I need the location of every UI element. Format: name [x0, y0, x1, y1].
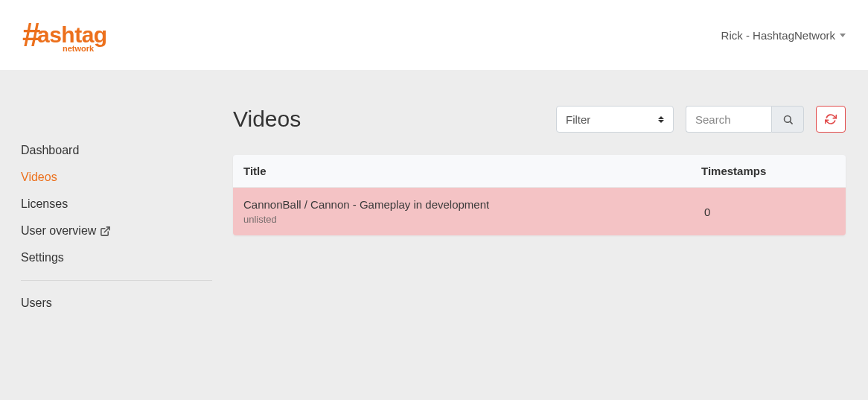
sidebar-item-user-overview[interactable]: User overview: [21, 218, 212, 244]
external-link-icon: [100, 226, 111, 237]
search-group: [686, 106, 804, 133]
video-title: CannonBall / Cannon - Gameplay in develo…: [243, 198, 701, 211]
user-dropdown[interactable]: Rick - HashtagNetwork: [721, 29, 846, 42]
logo-subtext: network: [63, 44, 94, 53]
user-dropdown-label: Rick - HashtagNetwork: [721, 29, 835, 42]
cell-timestamps: 0: [701, 206, 835, 218]
video-status: unlisted: [243, 214, 701, 225]
cell-title: CannonBall / Cannon - Gameplay in develo…: [243, 198, 701, 225]
sidebar-item-label: Licenses: [21, 197, 68, 211]
sidebar-item-videos[interactable]: Videos: [21, 164, 212, 191]
page-controls: Filter: [556, 106, 846, 133]
page-title: Videos: [233, 107, 301, 132]
refresh-icon: [825, 113, 837, 125]
sidebar-item-label: Users: [21, 296, 52, 310]
chevron-down-icon: [840, 34, 846, 37]
sort-arrows-icon: [658, 116, 673, 123]
sidebar-item-licenses[interactable]: Licenses: [21, 191, 212, 218]
svg-line-0: [105, 226, 110, 232]
filter-select-label: Filter: [557, 113, 658, 126]
column-header-title[interactable]: Title: [243, 165, 701, 177]
header: # ashtag network Rick - HashtagNetwork: [0, 0, 868, 70]
sidebar-item-users[interactable]: Users: [21, 290, 212, 317]
sidebar-item-settings[interactable]: Settings: [21, 244, 212, 271]
main-content: Videos Filter: [233, 70, 868, 400]
logo[interactable]: # ashtag network: [22, 19, 107, 51]
search-input[interactable]: [686, 106, 771, 133]
sidebar-item-label: User overview: [21, 224, 96, 238]
table-header: Title Timestamps: [233, 155, 846, 188]
sidebar-item-label: Dashboard: [21, 144, 79, 157]
table-row[interactable]: CannonBall / Cannon - Gameplay in develo…: [233, 188, 846, 235]
sidebar-divider: [21, 280, 212, 281]
sidebar: Dashboard Videos Licenses User overview …: [0, 70, 233, 400]
search-icon: [782, 114, 794, 125]
filter-select[interactable]: Filter: [556, 106, 674, 133]
videos-table: Title Timestamps CannonBall / Cannon - G…: [233, 155, 846, 235]
sidebar-item-label: Videos: [21, 171, 57, 184]
refresh-button[interactable]: [816, 106, 846, 133]
page-header: Videos Filter: [233, 106, 846, 133]
sidebar-item-dashboard[interactable]: Dashboard: [21, 137, 212, 164]
sidebar-item-label: Settings: [21, 251, 64, 264]
search-button[interactable]: [771, 106, 804, 133]
svg-line-2: [790, 121, 792, 124]
column-header-timestamps[interactable]: Timestamps: [701, 165, 835, 177]
